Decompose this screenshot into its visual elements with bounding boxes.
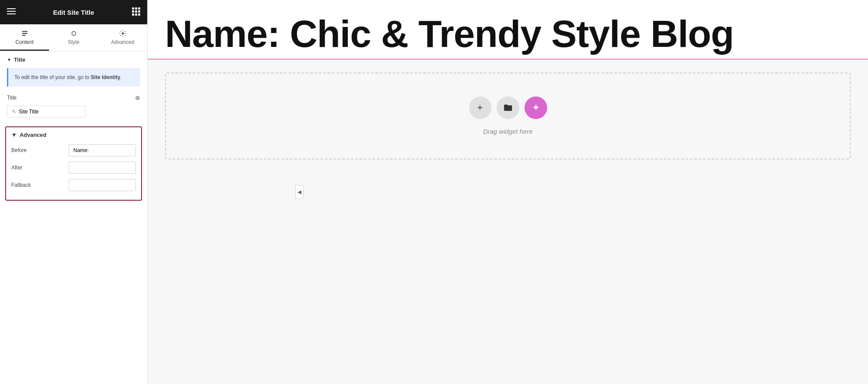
fallback-field-row: Fallback [11, 179, 136, 191]
title-select[interactable]: ✎ Site Title [7, 106, 85, 118]
title-select-value: Site Title [19, 109, 39, 115]
sidebar-content: ▼ Title To edit the title of your site, … [0, 51, 147, 384]
before-input[interactable] [69, 144, 136, 156]
svg-rect-3 [132, 7, 134, 10]
tab-content[interactable]: Content [0, 24, 49, 51]
fallback-label: Fallback [11, 182, 42, 188]
site-title-text: Name: Chic & Trendy Style Blog [165, 13, 851, 59]
before-label: Before [11, 147, 42, 153]
title-section-label: Title [14, 56, 26, 63]
svg-rect-10 [135, 13, 137, 16]
responsive-icon[interactable]: ⊕ [135, 94, 140, 101]
svg-rect-9 [132, 13, 134, 16]
svg-rect-1 [7, 11, 16, 12]
advanced-section-label: Advanced [20, 132, 46, 138]
svg-rect-7 [135, 10, 137, 13]
canvas-body: + ✦ Drag widget here [148, 60, 868, 384]
sidebar: Edit Site Title Content Style [0, 0, 148, 384]
advanced-arrow-icon: ▼ [11, 132, 17, 138]
tab-content-label: Content [15, 39, 33, 45]
folder-widget-button[interactable] [497, 96, 519, 119]
advanced-fields: Before After Fallback [11, 142, 136, 193]
tab-advanced[interactable]: Advanced [98, 24, 147, 51]
svg-rect-4 [135, 7, 137, 10]
sidebar-title: Edit Site Title [53, 9, 94, 16]
fallback-input[interactable] [69, 179, 136, 191]
add-widget-button[interactable]: + [469, 96, 492, 119]
drop-zone: + ✦ Drag widget here [165, 73, 851, 159]
hamburger-icon[interactable] [7, 7, 16, 17]
after-label: After [11, 165, 42, 171]
widget-buttons: + ✦ [469, 96, 547, 119]
tab-advanced-label: Advanced [111, 39, 134, 45]
after-field-row: After [11, 162, 136, 174]
pencil-icon: ✎ [12, 109, 16, 115]
sparkle-widget-button[interactable]: ✦ [525, 96, 547, 119]
grid-icon[interactable] [132, 7, 140, 17]
site-title-area: Name: Chic & Trendy Style Blog [148, 0, 868, 60]
info-text-link: Site Identity [91, 74, 120, 80]
drag-label: Drag widget here [483, 128, 532, 135]
info-text-part1: To edit the title of your site, go to [14, 74, 91, 80]
svg-rect-8 [138, 10, 140, 13]
svg-point-13 [122, 32, 124, 34]
sidebar-header: Edit Site Title [0, 0, 147, 24]
info-box: To edit the title of your site, go to Si… [7, 68, 140, 86]
svg-rect-11 [138, 13, 140, 16]
title-field-label: Title [7, 95, 17, 101]
svg-point-12 [72, 32, 76, 36]
advanced-section-box: ▼ Advanced Before After Fallback [5, 126, 142, 201]
svg-rect-0 [7, 8, 16, 9]
svg-rect-2 [7, 13, 16, 14]
tabs-row: Content Style Advanced [0, 24, 147, 51]
tab-style[interactable]: Style [49, 24, 98, 51]
info-text-part2: . [120, 74, 122, 80]
title-section-header[interactable]: ▼ Title [0, 51, 147, 68]
tab-style-label: Style [68, 39, 79, 45]
title-arrow-icon: ▼ [7, 57, 11, 62]
svg-rect-5 [138, 7, 140, 10]
svg-rect-6 [132, 10, 134, 13]
advanced-section-header[interactable]: ▼ Advanced [11, 132, 136, 142]
before-field-row: Before [11, 144, 136, 156]
title-field-row: Title ⊕ [0, 92, 147, 104]
after-input[interactable] [69, 162, 136, 174]
main-canvas: Name: Chic & Trendy Style Blog ◀ + ✦ Dra… [148, 0, 868, 384]
collapse-handle[interactable]: ◀ [295, 185, 304, 199]
